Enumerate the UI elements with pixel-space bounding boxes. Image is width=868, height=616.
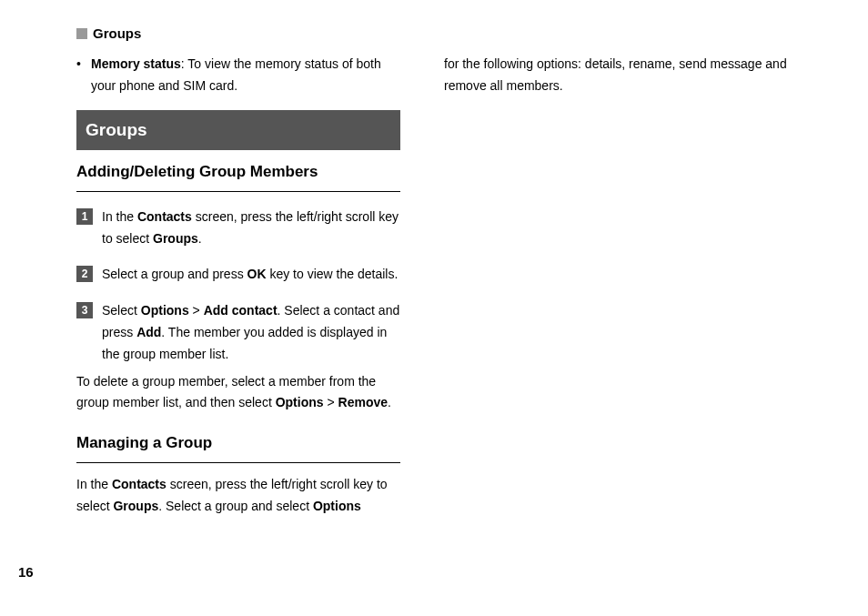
delete-paragraph: To delete a group member, select a membe… [76, 371, 400, 415]
step-number-badge: 2 [76, 266, 93, 282]
page-header: Groups [76, 25, 823, 41]
header-title: Groups [93, 25, 141, 41]
right-column: for the following options: details, rena… [444, 54, 799, 518]
manage-paragraph: In the Contacts screen, press the left/r… [76, 474, 400, 518]
step-1-text: In the Contacts screen, press the left/r… [102, 207, 400, 250]
step-3-text: Select Options > Add contact. Select a c… [102, 300, 400, 365]
continuation-text: for the following options: details, rena… [444, 54, 799, 97]
subheading-managing: Managing a Group [76, 430, 400, 463]
memory-status-label: Memory status [91, 56, 181, 71]
memory-status-text: Memory status: To view the memory status… [91, 54, 400, 97]
page-number: 16 [18, 564, 34, 580]
step-2: 2 Select a group and press OK key to vie… [76, 264, 400, 286]
manual-page: Groups • Memory status: To view the memo… [0, 0, 868, 616]
step-2-text: Select a group and press OK key to view … [102, 264, 400, 286]
step-number-badge: 1 [76, 208, 93, 225]
content-columns: • Memory status: To view the memory stat… [45, 54, 823, 518]
step-3: 3 Select Options > Add contact. Select a… [76, 300, 400, 365]
section-title-groups: Groups [76, 110, 400, 150]
left-column: • Memory status: To view the memory stat… [45, 54, 400, 518]
step-number-badge: 3 [76, 302, 93, 318]
step-1: 1 In the Contacts screen, press the left… [76, 207, 400, 250]
header-square-icon [76, 28, 87, 39]
subheading-add-delete: Adding/Deleting Group Members [76, 159, 400, 192]
memory-status-item: • Memory status: To view the memory stat… [76, 54, 400, 97]
bullet-icon: • [76, 54, 91, 97]
